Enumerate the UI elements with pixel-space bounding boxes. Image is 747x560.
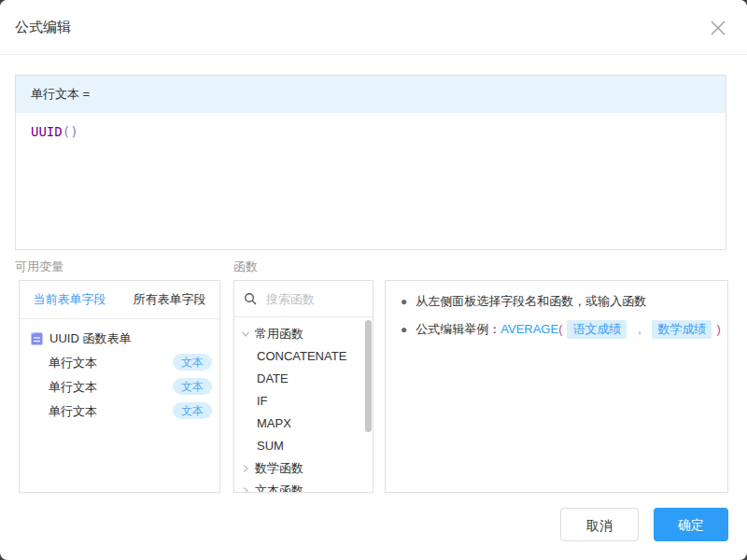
function-group-label: 数学函数 — [255, 460, 303, 477]
field-type-badge: 文本 — [173, 402, 212, 419]
form-document-icon — [31, 332, 43, 345]
example-function-name: AVERAGE — [500, 321, 558, 338]
help-tip-2: ● 公式编辑举例：AVERAGE(语文成绩，数学成绩) — [401, 320, 727, 339]
formula-code-area[interactable]: UUID() — [16, 113, 726, 150]
formula-editor: 单行文本 = UUID() — [15, 75, 726, 250]
tree-form-label: UUID 函数表单 — [49, 330, 131, 347]
page-title: 公式编辑 — [15, 19, 71, 36]
help-tip-1: ● 从左侧面板选择字段名和函数，或输入函数 — [401, 293, 727, 310]
bullet-icon: ● — [401, 293, 407, 310]
formula-function-token: UUID — [31, 124, 63, 139]
field-name: 单行文本 — [49, 404, 97, 418]
field-name: 单行文本 — [49, 356, 97, 370]
variables-section-label: 可用变量 — [15, 259, 63, 275]
function-item[interactable]: MAPX — [234, 413, 373, 435]
dialog-header: 公式编辑 — [0, 0, 747, 55]
field-type-badge: 文本 — [173, 378, 212, 395]
scrollbar-thumb[interactable] — [365, 320, 372, 432]
example-field-chip: 数学成绩 — [652, 320, 712, 339]
example-field-chip: 语文成绩 — [567, 320, 627, 339]
function-item[interactable]: SUM — [234, 435, 373, 457]
function-group-text[interactable]: 文本函数 — [234, 480, 373, 493]
confirm-button[interactable]: 确定 — [654, 508, 728, 541]
example-close-paren: ) — [716, 321, 720, 338]
field-type-badge: 文本 — [173, 354, 212, 371]
close-icon[interactable] — [710, 20, 726, 36]
function-search — [234, 281, 373, 317]
field-row[interactable]: 单行文本 文本 — [20, 351, 219, 375]
formula-assign-label: 单行文本 = — [16, 76, 726, 113]
cancel-button[interactable]: 取消 — [560, 508, 639, 541]
function-group-math[interactable]: 数学函数 — [234, 457, 373, 480]
search-input[interactable] — [264, 291, 361, 307]
function-item[interactable]: DATE — [234, 368, 373, 390]
field-row[interactable]: 单行文本 文本 — [20, 375, 219, 399]
help-tip-1-text: 从左侧面板选择字段名和函数，或输入函数 — [416, 293, 646, 310]
example-comma: ， — [633, 321, 645, 338]
function-group-label: 文本函数 — [255, 483, 303, 493]
variables-tree: UUID 函数表单 单行文本 文本 单行文本 文本 单行文本 文本 — [20, 319, 219, 424]
function-item[interactable]: CONCATENATE — [234, 345, 373, 368]
example-open-paren: ( — [558, 321, 562, 338]
function-group-label: 常用函数 — [255, 326, 303, 343]
field-name: 单行文本 — [49, 380, 97, 394]
help-tip-2-prefix: 公式编辑举例： — [416, 321, 500, 338]
function-list: 常用函数 CONCATENATE DATE IF MAPX SUM 数学函数 文… — [234, 317, 373, 493]
bullet-icon: ● — [401, 321, 407, 338]
search-icon — [244, 292, 257, 305]
chevron-down-icon — [240, 329, 251, 340]
functions-panel: 常用函数 CONCATENATE DATE IF MAPX SUM 数学函数 文… — [233, 280, 374, 493]
tab-current-form-fields[interactable]: 当前表单字段 — [20, 281, 120, 318]
chevron-right-icon — [240, 485, 251, 493]
tree-node-form[interactable]: UUID 函数表单 — [20, 327, 219, 351]
chevron-right-icon — [240, 463, 251, 474]
field-row[interactable]: 单行文本 文本 — [20, 399, 219, 424]
tab-all-form-fields[interactable]: 所有表单字段 — [120, 281, 219, 318]
variables-tabs: 当前表单字段 所有表单字段 — [20, 281, 219, 319]
help-panel: ● 从左侧面板选择字段名和函数，或输入函数 ● 公式编辑举例：AVERAGE(语… — [385, 280, 728, 493]
function-item[interactable]: IF — [234, 390, 373, 413]
formula-edit-dialog: 公式编辑 单行文本 = UUID() 可用变量 函数 当前表单字段 所有表单字段… — [0, 0, 747, 560]
formula-paren-token: () — [63, 124, 78, 139]
functions-section-label: 函数 — [233, 259, 258, 275]
function-group-common[interactable]: 常用函数 — [234, 323, 373, 345]
variables-panel: 当前表单字段 所有表单字段 UUID 函数表单 单行文本 文本 单行文本 文本 … — [19, 280, 220, 493]
